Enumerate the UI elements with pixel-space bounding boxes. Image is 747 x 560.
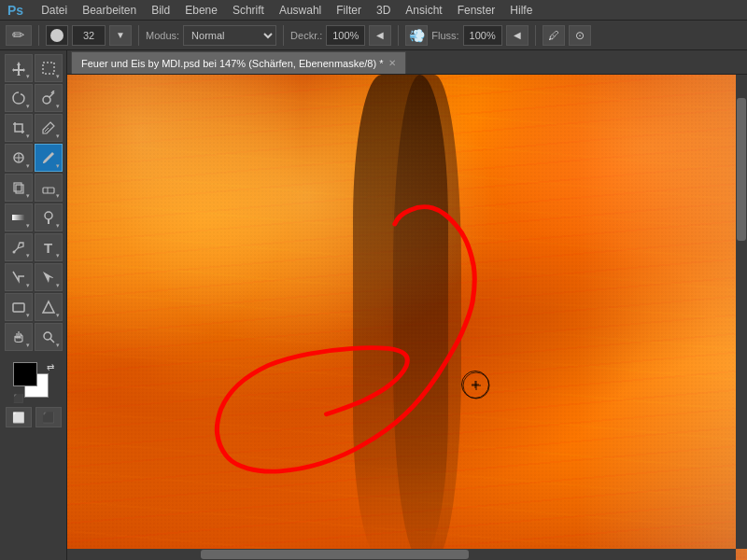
- tool-row-8: ▾ ▾: [5, 263, 63, 291]
- horizontal-scrollbar[interactable]: [67, 549, 736, 560]
- noise-overlay: [67, 75, 747, 560]
- zoom-tool[interactable]: ▾: [35, 323, 63, 351]
- flow-label: Fluss:: [431, 30, 458, 41]
- svg-rect-11: [43, 188, 54, 193]
- quick-select-tool[interactable]: ▾: [35, 84, 63, 112]
- svg-rect-13: [12, 215, 25, 220]
- tab-title: Feuer und Eis by MDI.psd bei 147% (Schär…: [81, 58, 383, 69]
- eraser-tool[interactable]: ▾: [35, 174, 63, 202]
- sep1: [38, 25, 39, 46]
- quickmask-mode-button[interactable]: ⬛: [35, 407, 62, 427]
- opacity-label: Deckr.:: [290, 30, 322, 41]
- tool-row-5: ▾ ▾: [5, 174, 63, 202]
- mode-select[interactable]: Normal Multiplizieren Abblenden: [183, 25, 276, 46]
- tool-row-7: ▾ T ▾: [5, 233, 63, 261]
- vertical-scrollbar-thumb[interactable]: [737, 98, 746, 240]
- marquee-tool[interactable]: ▾: [35, 54, 63, 82]
- canvas-area: Feuer und Eis by MDI.psd bei 147% (Schär…: [67, 50, 747, 560]
- svg-line-5: [45, 128, 49, 132]
- dodge-tool[interactable]: ▾: [35, 203, 63, 231]
- menu-ansicht[interactable]: Ansicht: [399, 2, 448, 19]
- color-swatch-area: ⇄ ⬛: [13, 362, 54, 403]
- menu-bearbeiten[interactable]: Bearbeiten: [76, 2, 143, 19]
- pen-tool[interactable]: ▾: [5, 233, 33, 261]
- menu-ebene[interactable]: Ebene: [178, 2, 224, 19]
- menu-filter[interactable]: Filter: [330, 2, 368, 19]
- tab-close-button[interactable]: ✕: [388, 58, 396, 68]
- brush-size-stepper[interactable]: ▼: [109, 25, 132, 46]
- brush-tool[interactable]: ▾: [35, 144, 63, 172]
- menu-bar: Ps Datei Bearbeiten Bild Ebene Schrift A…: [0, 0, 747, 21]
- lasso-tool[interactable]: ▾: [5, 84, 33, 112]
- swap-colors-icon[interactable]: ⇄: [47, 362, 54, 372]
- eyedropper-tool[interactable]: ▾: [35, 114, 63, 142]
- svg-rect-1: [43, 63, 54, 74]
- crop-tool[interactable]: ▾: [5, 114, 33, 142]
- heal-tool[interactable]: ▾: [5, 144, 33, 172]
- tool-row-3: ▾ ▾: [5, 114, 63, 142]
- tool-row-4: ▾ ▾: [5, 144, 63, 172]
- airbrush-button[interactable]: 💨: [405, 25, 428, 46]
- menu-3d[interactable]: 3D: [370, 2, 397, 19]
- svg-marker-0: [12, 62, 25, 76]
- tool-row-6: ▾ ▾: [5, 203, 63, 231]
- menu-datei[interactable]: Datei: [35, 2, 74, 19]
- sep5: [535, 25, 536, 46]
- svg-rect-10: [14, 183, 21, 191]
- type-tool[interactable]: T ▾: [35, 233, 63, 261]
- flow-input[interactable]: [463, 25, 502, 46]
- app-logo: Ps: [4, 3, 27, 18]
- svg-rect-17: [13, 303, 24, 312]
- hand-tool[interactable]: ▾: [5, 323, 33, 351]
- standard-mode-button[interactable]: ⬜: [6, 407, 32, 427]
- options-toolbar: ✏ ▼ Modus: Normal Multiplizieren Abblend…: [0, 21, 747, 50]
- shape-tool[interactable]: ▾: [5, 293, 33, 321]
- vertical-scrollbar[interactable]: [736, 75, 747, 549]
- brush-circle-preview: [50, 29, 63, 42]
- tab-bar: Feuer und Eis by MDI.psd bei 147% (Schär…: [67, 50, 747, 75]
- svg-point-14: [45, 212, 52, 219]
- tool-row-2: ▾ ▾: [5, 84, 63, 112]
- flow-toggle[interactable]: ◀: [506, 25, 529, 46]
- gradient-tool[interactable]: ▾: [5, 203, 33, 231]
- tool-row-9: ▾ ▾: [5, 293, 63, 321]
- mode-label: Modus:: [146, 30, 179, 41]
- canvas-viewport[interactable]: [67, 75, 747, 560]
- left-toolpanel: ▾ ▾ ▾ ▾ ▾ ▾: [0, 50, 67, 560]
- svg-point-19: [44, 332, 51, 340]
- svg-line-20: [50, 339, 54, 343]
- mask-mode-area: ⬜ ⬛: [6, 407, 62, 427]
- document-tab[interactable]: Feuer und Eis by MDI.psd bei 147% (Schär…: [71, 51, 406, 74]
- menu-auswahl[interactable]: Auswahl: [273, 2, 328, 19]
- sep2: [138, 25, 139, 46]
- direct-select-tool[interactable]: ▾: [35, 263, 63, 291]
- tablet-button[interactable]: ⊙: [569, 25, 591, 46]
- path-select-tool[interactable]: ▾: [5, 263, 33, 291]
- svg-point-16: [12, 251, 15, 254]
- foreground-color-swatch[interactable]: [13, 362, 37, 386]
- menu-schrift[interactable]: Schrift: [226, 2, 271, 19]
- tool-row-1: ▾ ▾: [5, 54, 63, 82]
- move-tool[interactable]: ▾: [5, 54, 33, 82]
- svg-point-2: [43, 96, 50, 104]
- opacity-toggle[interactable]: ◀: [369, 25, 391, 46]
- stylus-pressure-button[interactable]: 🖊: [543, 25, 565, 46]
- menu-fenster[interactable]: Fenster: [451, 2, 502, 19]
- sep3: [283, 25, 284, 46]
- tool-row-10: ▾ ▾: [5, 323, 63, 351]
- menu-hilfe[interactable]: Hilfe: [503, 2, 539, 19]
- custom-shape-tool[interactable]: ▾: [35, 293, 63, 321]
- default-colors-icon[interactable]: ⬛: [13, 394, 23, 403]
- opacity-input[interactable]: [326, 25, 365, 46]
- brush-preview[interactable]: [46, 25, 68, 46]
- svg-marker-18: [43, 301, 54, 313]
- clone-tool[interactable]: ▾: [5, 174, 33, 202]
- main-content: ▾ ▾ ▾ ▾ ▾ ▾: [0, 50, 747, 560]
- brush-size-input[interactable]: [72, 25, 106, 46]
- sep4: [398, 25, 399, 46]
- horizontal-scrollbar-thumb[interactable]: [201, 550, 468, 559]
- brush-tool-button[interactable]: ✏: [6, 25, 32, 46]
- menu-bild[interactable]: Bild: [145, 2, 176, 19]
- svg-rect-9: [16, 185, 23, 193]
